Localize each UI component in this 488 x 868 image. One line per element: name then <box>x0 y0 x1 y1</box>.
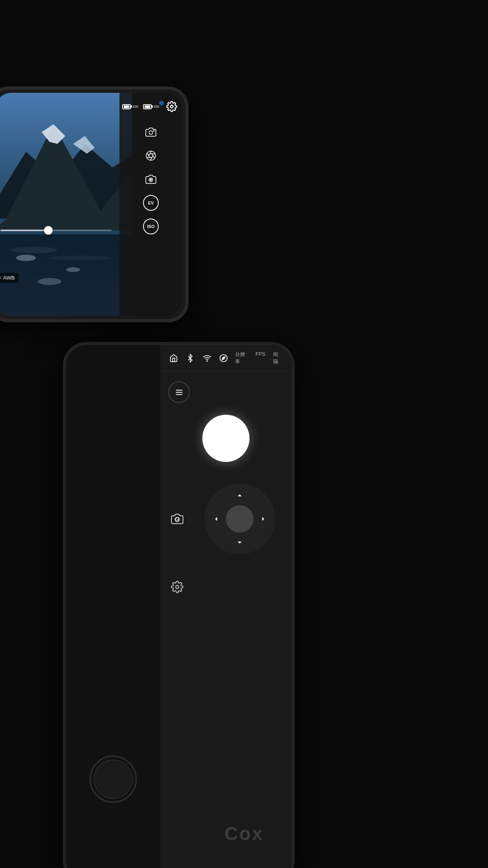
svg-line-16 <box>152 154 155 158</box>
tab-resolution[interactable]: 分辨率 <box>235 351 248 365</box>
tab-interval[interactable]: 间隔 <box>273 351 282 365</box>
battery1-indicator: 100 <box>122 104 138 109</box>
svg-point-7 <box>50 256 112 260</box>
svg-point-9 <box>66 267 80 272</box>
status-bar: 分辨率 FPS 间隔 <box>160 345 292 371</box>
home-button[interactable] <box>90 756 137 803</box>
front-camera-indicator <box>159 101 164 105</box>
bluetooth-icon[interactable] <box>185 352 195 364</box>
shutter-area <box>160 407 292 470</box>
volume-up-button[interactable] <box>185 137 187 156</box>
dpad-up[interactable] <box>234 489 246 501</box>
svg-point-11 <box>171 105 173 108</box>
controls-row <box>160 470 292 568</box>
svg-point-12 <box>149 131 152 134</box>
svg-line-21 <box>150 156 153 160</box>
bottom-settings-area <box>160 568 292 605</box>
camera-timer-button[interactable] <box>143 171 159 187</box>
top-icons-row: 100 100 <box>122 99 180 114</box>
aperture-button[interactable] <box>143 148 159 164</box>
camera-switch-button[interactable] <box>168 510 186 528</box>
ev-slider[interactable] <box>0 230 117 231</box>
navigation-icon[interactable] <box>218 352 229 364</box>
svg-line-18 <box>149 151 152 156</box>
svg-point-8 <box>16 255 36 261</box>
dpad-down[interactable] <box>234 537 246 548</box>
phone-home-area <box>66 345 160 868</box>
iso-button[interactable]: ISO <box>143 219 159 234</box>
wifi-icon[interactable] <box>202 352 212 364</box>
svg-point-6 <box>10 247 57 253</box>
svg-point-10 <box>38 278 61 285</box>
dpad-left[interactable] <box>210 513 222 525</box>
svg-point-24 <box>207 360 207 361</box>
ev-button[interactable]: EV <box>143 195 159 211</box>
camera-settings-button[interactable] <box>143 124 159 140</box>
app-content: 分辨率 FPS 间隔 <box>160 345 292 868</box>
menu-button[interactable] <box>168 381 190 403</box>
svg-point-23 <box>150 179 152 180</box>
home-icon[interactable] <box>168 352 179 364</box>
camera-viewfinder <box>0 93 132 316</box>
awb-badge[interactable]: A AWB <box>0 273 18 283</box>
tab-fps[interactable]: FPS <box>255 351 265 365</box>
camera-right-panel: 100 100 <box>119 93 182 316</box>
settings-tabs: 分辨率 FPS 间隔 <box>235 351 284 365</box>
svg-marker-26 <box>222 357 225 360</box>
dpad-right[interactable] <box>257 513 269 525</box>
dpad-control[interactable] <box>204 484 275 554</box>
svg-point-31 <box>176 585 179 588</box>
battery2-indicator: 100 <box>143 104 159 109</box>
menu-area <box>160 371 292 407</box>
shutter-button[interactable] <box>202 415 250 462</box>
cox-watermark: Cox <box>224 823 264 844</box>
top-phone: 100 100 <box>0 86 189 322</box>
svg-line-19 <box>147 153 150 158</box>
bottom-phone: 分辨率 FPS 间隔 <box>63 342 295 868</box>
settings-button-bottom[interactable] <box>168 578 186 596</box>
volume-down-button[interactable] <box>185 168 187 200</box>
settings-button[interactable] <box>164 99 180 114</box>
svg-rect-5 <box>0 234 132 316</box>
